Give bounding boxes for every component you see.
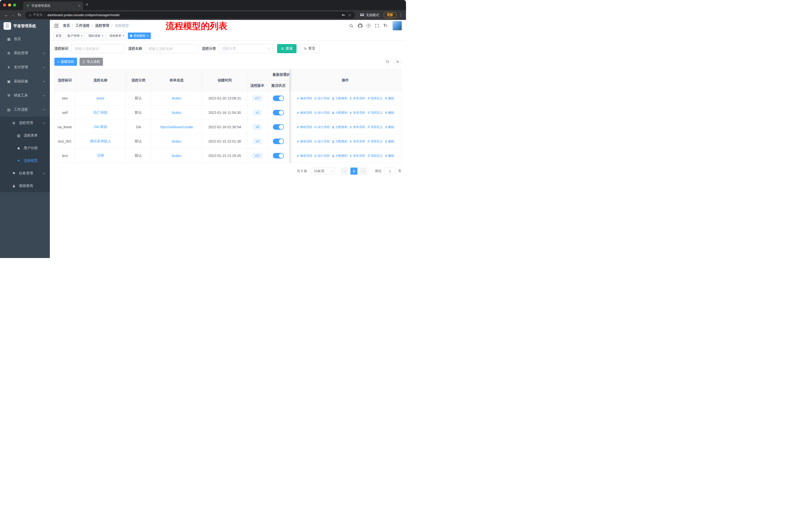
next-page-button[interactable]: › — [360, 167, 367, 174]
process-name-link[interactable]: 自己审批 — [93, 110, 108, 114]
action-edit-link[interactable]: 修改流程 — [296, 125, 312, 129]
active-toggle[interactable] — [273, 124, 284, 130]
close-window-button[interactable] — [3, 3, 6, 6]
tab-close-icon[interactable]: × — [79, 4, 81, 8]
process-key-input[interactable] — [71, 44, 124, 53]
sidebar-item-9[interactable]: ✈流程模型 — [0, 155, 50, 167]
browser-tab[interactable]: 芋道管理系统 × — [23, 1, 83, 10]
search-icon[interactable] — [349, 23, 354, 28]
action-assign-link[interactable]: 分配规则 — [332, 154, 347, 158]
action-definition-link[interactable]: 流程定义 — [367, 111, 383, 115]
action-definition-link[interactable]: 流程定义 — [367, 139, 383, 144]
tag-close-icon[interactable]: × — [123, 34, 124, 37]
form-info-link[interactable]: biubiu — [172, 111, 181, 115]
action-delete-link[interactable]: 删除 — [385, 139, 394, 144]
action-design-link[interactable]: 设计流程 — [314, 125, 330, 129]
address-bar[interactable]: ⚠ 不安全 dashboard.yudao.iocoder.cn/bpm/man… — [25, 11, 355, 19]
tag-close-icon[interactable]: × — [102, 34, 104, 37]
import-process-button[interactable]: ↥ 导入流程 — [80, 58, 103, 66]
form-info-link[interactable]: /bpm/oa/leave/create — [160, 125, 193, 129]
minimize-window-button[interactable] — [8, 3, 11, 6]
action-assign-link[interactable]: 分配规则 — [332, 111, 347, 115]
sidebar-item-1[interactable]: ⚙系统管理 — [0, 46, 50, 60]
process-name-input[interactable] — [145, 44, 198, 53]
back-icon[interactable]: ← — [3, 12, 9, 18]
password-key-icon[interactable] — [342, 13, 345, 17]
process-name-link[interactable]: eeee — [96, 96, 104, 100]
new-tab-button[interactable]: + — [86, 2, 89, 7]
sidebar-item-11[interactable]: ♟请假查询 — [0, 180, 50, 192]
sidebar-logo[interactable]: 芋道管理系统 — [0, 20, 50, 32]
sidebar-item-3[interactable]: ▣基础设施 — [0, 74, 50, 88]
tag-close-icon[interactable]: × — [81, 34, 83, 37]
active-toggle[interactable] — [273, 96, 284, 101]
refresh-table-button[interactable]: ↻ — [394, 58, 402, 65]
breadcrumb-item-home[interactable]: 首页 — [63, 23, 70, 28]
bookmark-star-icon[interactable]: ☆ — [348, 13, 351, 18]
action-publish-link[interactable]: 发布流程 — [349, 125, 365, 129]
action-edit-link[interactable]: 修改流程 — [296, 139, 312, 144]
action-edit-link[interactable]: 修改流程 — [296, 154, 312, 158]
action-delete-link[interactable]: 删除 — [385, 154, 394, 158]
action-assign-link[interactable]: 分配规则 — [332, 139, 347, 144]
sidebar-item-10[interactable]: ⚑任务管理 — [0, 167, 50, 180]
update-button[interactable]: 更新 — [384, 12, 397, 18]
create-process-button[interactable]: + 新建流程 — [54, 58, 77, 66]
maximize-window-button[interactable] — [13, 3, 16, 6]
form-info-link[interactable]: biubiu — [172, 96, 181, 100]
form-info-link[interactable]: biubiu — [172, 154, 181, 158]
help-icon[interactable]: ? — [367, 24, 371, 28]
breadcrumb-item-process-management[interactable]: 流程管理 — [95, 23, 109, 28]
action-design-link[interactable]: 设计流程 — [314, 154, 330, 158]
action-definition-link[interactable]: 流程定义 — [367, 154, 383, 158]
tag-close-icon[interactable]: × — [147, 34, 148, 37]
user-avatar[interactable] — [393, 21, 402, 30]
tag-3[interactable]: 流程表单× — [107, 32, 126, 39]
tag-2[interactable]: 我的流程× — [86, 32, 106, 39]
goto-page-input[interactable] — [384, 167, 396, 174]
sidebar-item-2[interactable]: ¥支付管理 — [0, 60, 50, 74]
action-assign-link[interactable]: 分配规则 — [332, 125, 347, 129]
action-definition-link[interactable]: 流程定义 — [367, 125, 383, 129]
reload-icon[interactable]: ↻ — [16, 12, 23, 18]
search-button[interactable]: 搜索 — [277, 44, 296, 53]
fullscreen-icon[interactable] — [375, 23, 379, 28]
action-definition-link[interactable]: 流程定义 — [367, 96, 383, 101]
active-toggle[interactable] — [273, 139, 284, 144]
page-size-select[interactable]: 10条/页 — [312, 167, 335, 174]
browser-menu-icon[interactable]: ⋮ — [399, 12, 403, 18]
tag-4[interactable]: 流程模型× — [128, 32, 151, 39]
action-assign-link[interactable]: 分配规则 — [332, 96, 347, 101]
sidebar-item-8[interactable]: ☻用户分组 — [0, 142, 50, 155]
sidebar-collapse-icon[interactable] — [54, 23, 59, 28]
action-publish-link[interactable]: 发布流程 — [349, 154, 365, 158]
tag-0[interactable]: 首页 — [53, 32, 64, 39]
tag-1[interactable]: 租户管理× — [65, 32, 85, 39]
sidebar-item-5[interactable]: ▤工作流程 — [0, 103, 50, 117]
github-icon[interactable] — [358, 23, 362, 28]
action-design-link[interactable]: 设计流程 — [314, 96, 330, 101]
sidebar-item-4[interactable]: ⚒研发工具 — [0, 88, 50, 103]
toggle-search-button[interactable] — [384, 58, 392, 65]
process-name-link[interactable]: 测试多审批人 — [90, 139, 111, 143]
page-number-button[interactable]: 1 — [350, 167, 357, 174]
sidebar-item-0[interactable]: ▦首页 — [0, 32, 50, 46]
action-delete-link[interactable]: 删除 — [385, 125, 394, 129]
breadcrumb-item-workflow[interactable]: 工作流程 — [76, 23, 90, 28]
process-name-link[interactable]: 滔博 — [97, 154, 104, 158]
prev-page-button[interactable]: ‹ — [341, 167, 348, 174]
sidebar-item-6[interactable]: ≣流程管理 — [0, 117, 50, 129]
active-toggle[interactable] — [273, 153, 284, 159]
action-edit-link[interactable]: 修改流程 — [296, 96, 312, 101]
forward-icon[interactable]: → — [9, 12, 16, 18]
action-delete-link[interactable]: 删除 — [385, 111, 394, 115]
category-select[interactable]: 流程分类 — [219, 44, 272, 53]
action-edit-link[interactable]: 修改流程 — [296, 111, 312, 115]
action-delete-link[interactable]: 删除 — [385, 96, 394, 101]
action-design-link[interactable]: 设计流程 — [314, 139, 330, 144]
font-size-icon[interactable]: TT — [383, 24, 387, 28]
active-toggle[interactable] — [273, 110, 284, 115]
form-info-link[interactable]: biubiu — [172, 139, 181, 143]
action-publish-link[interactable]: 发布流程 — [349, 96, 365, 101]
process-name-link[interactable]: OA 请假 — [94, 125, 107, 129]
